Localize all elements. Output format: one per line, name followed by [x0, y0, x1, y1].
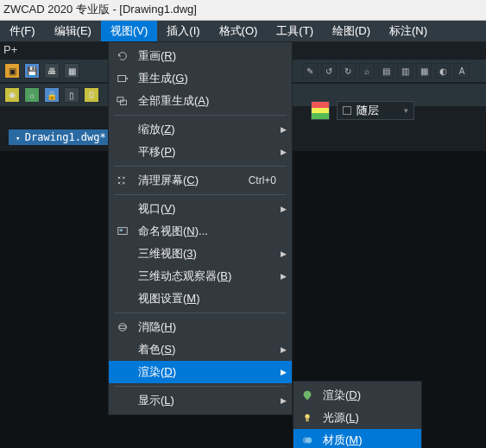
toolbar-icon[interactable]: ↺	[321, 63, 337, 79]
regenall-icon	[114, 92, 131, 110]
document-tab[interactable]: Drawing1.dwg*	[9, 129, 113, 145]
submenu-arrow-icon: ▶	[281, 345, 287, 354]
blank-icon	[114, 290, 131, 307]
render-submenu-item[interactable]: 光源(L)	[293, 407, 421, 429]
svg-point-6	[119, 325, 127, 329]
menu-file[interactable]: 件(F)	[0, 21, 45, 41]
layer-icon[interactable]: ☼	[24, 87, 40, 103]
svg-rect-8	[306, 419, 309, 422]
menu-item-label: 全部重生成(A)	[138, 93, 209, 109]
menu-dim[interactable]: 标注(N)	[380, 21, 437, 41]
blank-icon	[114, 363, 131, 381]
menu-insert[interactable]: 插入(I)	[157, 21, 209, 41]
blank-icon	[114, 392, 131, 409]
blank-icon	[114, 245, 131, 262]
namedview-icon	[114, 223, 131, 240]
view-menu-item[interactable]: 消隐(H)	[109, 316, 292, 338]
menu-separator	[114, 166, 287, 167]
menu-edit[interactable]: 编辑(E)	[45, 21, 101, 41]
menu-item-label: 平移(P)	[138, 144, 175, 160]
menu-item-label: 清理屏幕(C)	[138, 173, 199, 188]
view-menu-item[interactable]: 三维视图(3)▶	[109, 243, 292, 265]
menu-item-label: 消隐(H)	[138, 319, 176, 335]
menu-item-label: 命名视图(N)...	[138, 224, 208, 239]
toolbar-icon[interactable]: ▤	[378, 63, 394, 79]
view-menu-item[interactable]: 重生成(G)	[109, 67, 292, 90]
blank-icon	[114, 200, 131, 218]
view-menu-item[interactable]: 视口(V)▶	[109, 198, 292, 220]
view-menu-item[interactable]: 视图设置(M)	[109, 287, 292, 310]
swatch-icon	[343, 106, 351, 115]
view-menu-item[interactable]: 着色(S)▶	[109, 338, 292, 361]
menu-item-label: 视口(V)	[138, 201, 175, 217]
submenu-arrow-icon: ▶	[281, 125, 287, 134]
menu-draw[interactable]: 绘图(D)	[323, 21, 380, 41]
menu-item-label: 材质(M)	[323, 432, 363, 448]
submenu-arrow-icon: ▶	[281, 249, 287, 258]
menu-item-label: 三维动态观察器(B)	[138, 268, 231, 284]
toolbar-icon[interactable]: ↻	[340, 63, 356, 79]
toolbar-icon[interactable]: ◐	[435, 63, 451, 79]
submenu-arrow-icon: ▶	[281, 368, 287, 376]
view-menu-item[interactable]: 清理屏幕(C)Ctrl+0	[109, 169, 292, 192]
menu-view[interactable]: 视图(V)	[101, 21, 157, 41]
toolbar-icon[interactable]: ▦	[416, 63, 432, 79]
menu-separator	[114, 115, 287, 116]
menubar: 件(F) 编辑(E) 视图(V) 插入(I) 格式(O) 工具(T) 绘图(D)…	[0, 21, 486, 41]
toolbar-icon[interactable]: ⌕	[359, 63, 375, 79]
preview-icon[interactable]: ▦	[64, 63, 79, 79]
layer-dropdown[interactable]: 随层	[337, 101, 414, 120]
view-menu-item[interactable]: 命名视图(N)...	[109, 220, 292, 243]
blank-icon	[114, 341, 131, 358]
submenu-arrow-icon: ▶	[281, 396, 287, 405]
render-submenu-item[interactable]: 材质(M)	[293, 429, 421, 448]
menu-item-label: 渲染(D)	[138, 364, 176, 380]
menu-separator	[114, 194, 287, 195]
view-menu-item[interactable]: 缩放(Z)▶	[109, 118, 292, 141]
blank-icon	[114, 143, 131, 161]
render-submenu-item[interactable]: 渲染(D)	[293, 384, 421, 407]
svg-point-7	[305, 414, 309, 419]
toolbar-icon[interactable]: ▥	[397, 63, 413, 79]
view-menu-item[interactable]: 渲染(D)▶	[109, 361, 292, 383]
menu-format[interactable]: 格式(O)	[210, 21, 268, 41]
menu-separator	[114, 312, 287, 313]
menu-item-label: 着色(S)	[138, 342, 175, 357]
menu-item-label: 渲染(D)	[323, 388, 361, 403]
material-icon	[299, 432, 316, 448]
menu-item-accel: Ctrl+0	[249, 174, 276, 186]
menu-item-label: 重画(R)	[138, 48, 176, 64]
light-icon	[299, 409, 316, 426]
view-menu-item[interactable]: 三维动态观察器(B)▶	[109, 265, 292, 287]
submenu-arrow-icon: ▶	[281, 148, 287, 156]
submenu-arrow-icon: ▶	[281, 205, 287, 213]
submenu-arrow-icon: ▶	[281, 272, 287, 281]
menu-item-label: 视图设置(M)	[138, 291, 200, 306]
regen-icon	[114, 70, 131, 87]
menu-tools[interactable]: 工具(T)	[267, 21, 323, 41]
hide-icon	[114, 319, 131, 336]
toolbar-icon[interactable]: ✎	[302, 63, 318, 79]
layer-icon[interactable]: 0	[84, 87, 99, 103]
layer-icon[interactable]: 🔒	[44, 87, 60, 103]
svg-rect-0	[118, 76, 126, 82]
view-menu-item[interactable]: 平移(P)▶	[109, 141, 292, 163]
document-tab-label: Drawing1.dwg*	[25, 131, 106, 143]
menu-separator	[114, 386, 287, 387]
view-menu: 重画(R)重生成(G)全部重生成(A)缩放(Z)▶平移(P)▶清理屏幕(C)Ct…	[108, 41, 293, 415]
layer-icon[interactable]: ✺	[4, 87, 20, 103]
svg-point-5	[119, 324, 127, 331]
view-menu-item[interactable]: 全部重生成(A)	[109, 90, 292, 112]
layer-icon[interactable]: ▯	[64, 87, 79, 103]
clean-icon	[114, 172, 131, 189]
view-menu-item[interactable]: 显示(L)▶	[109, 389, 292, 412]
blank-icon	[114, 121, 131, 138]
save-icon[interactable]: 💾	[24, 63, 40, 79]
svg-rect-4	[120, 229, 123, 231]
view-menu-item[interactable]: 重画(R)	[109, 45, 292, 67]
print-icon[interactable]: 🖶	[44, 63, 60, 79]
layer-dropdown-value: 随层	[357, 103, 379, 118]
color-swatch[interactable]	[311, 101, 330, 120]
toolbar-icon[interactable]: A	[454, 63, 470, 79]
open-icon[interactable]: ▣	[4, 63, 20, 79]
